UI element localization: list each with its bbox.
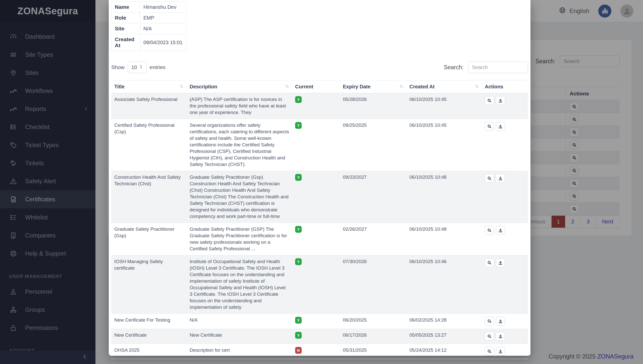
- info-label: Role: [112, 13, 140, 23]
- certificates-header-row: Title Description Current Expiry Date Cr…: [111, 80, 528, 93]
- current-badge: Y: [295, 258, 302, 265]
- column-header-current[interactable]: Current: [292, 80, 340, 93]
- page-size-select[interactable]: 10: [128, 62, 147, 73]
- cert-created: 05/05/2025 13:27: [406, 329, 482, 344]
- cert-description: Description for cert: [187, 344, 292, 359]
- column-header-created[interactable]: Created At: [406, 80, 482, 93]
- cert-expiry: 02/26/2027: [340, 223, 406, 255]
- view-button[interactable]: [485, 96, 494, 105]
- cert-created: 05/24/2025 14:12: [406, 344, 482, 359]
- sort-icon: [475, 83, 479, 90]
- cert-expiry: 07/30/2026: [340, 255, 406, 314]
- download-button[interactable]: [496, 347, 505, 356]
- cert-description: Institute of Occupational Safety and Hea…: [187, 255, 292, 314]
- cert-created: 06/10/2025 10:45: [406, 93, 482, 119]
- info-row: Role EMP: [112, 13, 186, 23]
- modal-search-input[interactable]: [468, 62, 528, 73]
- cert-expiry: 05/28/2026: [340, 93, 406, 119]
- download-button[interactable]: [496, 317, 505, 326]
- show-label: Show: [111, 64, 125, 70]
- table-row: New Cerificate For Testing N/A Y 06/20/2…: [111, 314, 528, 329]
- cert-created: 06/10/2025 10:48: [406, 223, 482, 255]
- info-value: EMP: [140, 13, 186, 23]
- cert-description: (ASP) The ASP certification is for novic…: [187, 93, 292, 119]
- cert-description: N/A: [187, 314, 292, 329]
- current-badge: Y: [295, 226, 302, 233]
- table-row: OHSA 2025 Description for cert N 05/31/2…: [111, 344, 528, 359]
- info-value: N/A: [140, 23, 186, 34]
- cert-expiry: 05/31/2025: [340, 344, 406, 359]
- entries-label: entries: [150, 64, 166, 70]
- cert-description: Several organizations offer safety certi…: [187, 119, 292, 171]
- cert-created: 06/02/2025 14:28: [406, 314, 482, 329]
- current-badge: Y: [295, 122, 302, 129]
- sort-icon: [399, 83, 403, 90]
- table-row: Associate Safety Professional (ASP) The …: [111, 93, 528, 119]
- download-button[interactable]: [496, 174, 505, 183]
- current-badge: Y: [295, 332, 302, 339]
- view-button[interactable]: [485, 347, 494, 356]
- stepper-arrows-icon: [139, 65, 143, 70]
- column-header-actions: Actions: [482, 80, 528, 93]
- download-button[interactable]: [496, 122, 505, 131]
- view-button[interactable]: [485, 174, 494, 183]
- sort-icon: [180, 83, 184, 90]
- cert-expiry: 06/20/2025: [340, 314, 406, 329]
- info-row: Site N/A: [112, 23, 186, 34]
- cert-title: New Cerificate For Testing: [111, 314, 187, 329]
- cert-created: 06/10/2025 10:45: [406, 119, 482, 171]
- view-button[interactable]: [485, 122, 494, 131]
- view-button[interactable]: [485, 226, 494, 235]
- column-header-title[interactable]: Title: [111, 80, 187, 93]
- current-badge: Y: [295, 174, 302, 181]
- info-row: Created At 09/04/2023 15:01: [112, 34, 186, 51]
- page-size-control: Show 10 entries: [111, 62, 166, 73]
- download-button[interactable]: [496, 332, 505, 341]
- cert-title: OHSA 2025: [111, 344, 187, 359]
- download-button[interactable]: [496, 96, 505, 105]
- table-row: IOSH Managing Safely certificate Institu…: [111, 255, 528, 314]
- cert-expiry: 06/17/2026: [340, 329, 406, 344]
- cert-expiry: 09/25/2025: [340, 119, 406, 171]
- info-label: Name: [112, 2, 140, 13]
- download-button[interactable]: [496, 258, 505, 267]
- current-badge: Y: [295, 96, 302, 103]
- personnel-certificates-modal: Name Himanshu Dev Role EMP Site N/A Crea…: [109, 0, 530, 356]
- current-badge: Y: [295, 317, 302, 324]
- cert-title: New Certificate: [111, 329, 187, 344]
- search-label: Search:: [444, 64, 464, 71]
- info-value: Himanshu Dev: [140, 2, 186, 13]
- table-controls: Show 10 entries Search:: [111, 62, 528, 73]
- column-header-expiry[interactable]: Expiry Date: [340, 80, 406, 93]
- cert-expiry: 09/23/2027: [340, 171, 406, 223]
- view-button[interactable]: [485, 317, 494, 326]
- sort-icon: [285, 83, 289, 90]
- view-button[interactable]: [485, 332, 494, 341]
- info-label: Created At: [112, 34, 140, 51]
- table-row: Construction Health And Safety Technicia…: [111, 171, 528, 223]
- personnel-info-table: Name Himanshu Dev Role EMP Site N/A Crea…: [111, 2, 186, 51]
- download-button[interactable]: [496, 226, 505, 235]
- certificates-table: Title Description Current Expiry Date Cr…: [111, 80, 528, 359]
- table-row: Graduate Safety Practitioner (Gsp) Gradu…: [111, 223, 528, 255]
- cert-created: 06/10/2025 10:48: [406, 171, 482, 223]
- modal-search: Search:: [444, 62, 528, 73]
- cert-description: New Certificate: [187, 329, 292, 344]
- cert-title: Graduate Safety Practitioner (Gsp): [111, 223, 187, 255]
- info-row: Name Himanshu Dev: [112, 2, 186, 13]
- cert-title: IOSH Managing Safely certificate: [111, 255, 187, 314]
- cert-title: Associate Safety Professional: [111, 93, 187, 119]
- info-value: 09/04/2023 15:01: [140, 34, 186, 51]
- cert-title: Certified Safety Professional (Csp): [111, 119, 187, 171]
- table-row: New Certificate New Certificate Y 06/17/…: [111, 329, 528, 344]
- cert-title: Construction Health And Safety Technicia…: [111, 171, 187, 223]
- cert-description: Graduate Safety Practitioner (Gsp) Const…: [187, 171, 292, 223]
- table-row: Certified Safety Professional (Csp) Seve…: [111, 119, 528, 171]
- view-button[interactable]: [485, 258, 494, 267]
- cert-description: Graduate Safety Practitioner (GSP) The G…: [187, 223, 292, 255]
- column-header-description[interactable]: Description: [187, 80, 292, 93]
- info-label: Site: [112, 23, 140, 34]
- current-badge: N: [295, 347, 302, 354]
- cert-created: 06/10/2025 10:46: [406, 255, 482, 314]
